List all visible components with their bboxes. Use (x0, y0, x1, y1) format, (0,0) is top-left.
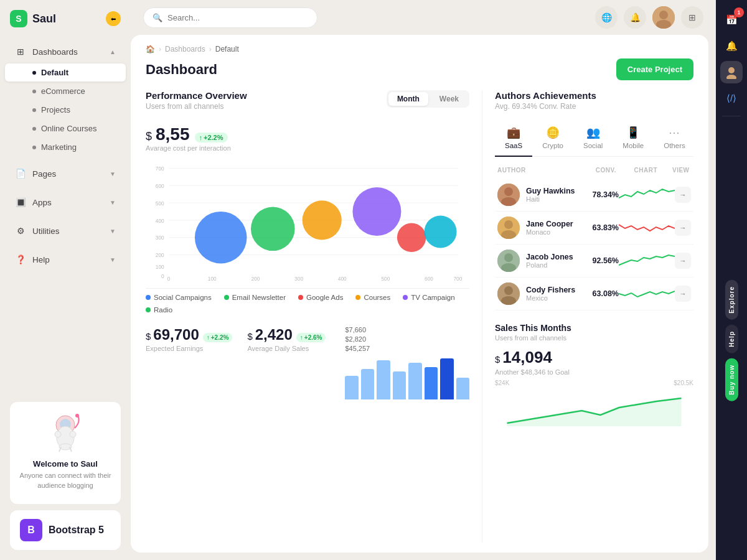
sidebar-item-default[interactable]: Default (5, 63, 126, 82)
search-icon: 🔍 (153, 13, 162, 22)
metric-badge: ↑ +2.2% (195, 133, 228, 142)
sparkline-2 (619, 251, 675, 270)
nav-item-help[interactable]: ❓ Help ▼ (5, 248, 126, 271)
bar-1 (345, 376, 358, 400)
tab-saas[interactable]: 💼 SaaS (495, 119, 532, 157)
author-view-btn-1[interactable]: → (675, 220, 691, 236)
iconbar-calendar-btn[interactable]: 📅 1 (720, 9, 743, 31)
svg-point-41 (504, 187, 513, 196)
bar-labels: $7,660 $2,820 $45,257 (345, 326, 469, 352)
table-row: Jane Cooper Monaco 63.83% → (495, 212, 693, 245)
sales-subtitle: Users from all channels (495, 334, 693, 342)
performance-title: Performance Overview (146, 90, 247, 101)
ecommerce-label: eCommerce (41, 86, 85, 96)
sparkline-1 (619, 218, 675, 237)
expected-earnings: $ 69,700 ↑ +2.2% Expected Earnings (146, 326, 232, 399)
svg-point-50 (504, 286, 513, 295)
svg-point-36 (303, 200, 342, 240)
author-info-3: Cody Fishers Mexico (526, 286, 581, 302)
col-conv: CONV. (579, 167, 616, 174)
breadcrumb-home-icon: 🏠 (146, 45, 155, 54)
pages-chevron: ▼ (110, 170, 116, 177)
apps-icon: 🔳 (15, 197, 26, 208)
author-info-2: Jacob Jones Poland (526, 253, 581, 269)
svg-point-34 (195, 212, 247, 264)
col-view: VIEW (672, 167, 691, 174)
welcome-card: Welcome to Saul Anyone can connect with … (10, 402, 121, 504)
topbar-bell-btn[interactable]: 🔔 (624, 6, 646, 29)
svg-text:300: 300 (156, 235, 164, 241)
table-row: Cody Fishers Mexico 63.08% → (495, 278, 693, 310)
chart-svg: 700 600 500 400 300 200 100 0 0 100 200 … (146, 158, 469, 288)
sidebar-toggle-btn[interactable]: ⬅ (106, 11, 121, 26)
svg-point-53 (726, 75, 736, 79)
svg-point-4 (70, 431, 76, 437)
svg-point-38 (397, 223, 426, 252)
iconbar-explore-btn[interactable]: Explore (725, 280, 738, 320)
chart-legend: Social Campaigns Email Newsletter Google… (146, 294, 469, 314)
topbar-globe-btn[interactable]: 🌐 (595, 6, 618, 29)
tab-mobile[interactable]: 📱 Mobile (613, 119, 654, 157)
iconbar-code-btn[interactable]: ⟨/⟩ (720, 87, 743, 110)
pages-icon: 📄 (15, 168, 26, 179)
projects-label: Projects (41, 105, 70, 114)
sales-y-label-1: $24K (495, 380, 509, 386)
sidebar-footer: Welcome to Saul Anyone can connect with … (0, 392, 131, 560)
crypto-tab-icon: 🪙 (546, 126, 560, 139)
author-view-btn-2[interactable]: → (675, 253, 691, 269)
sidebar-item-projects[interactable]: Projects (5, 101, 126, 119)
dot-icon (32, 90, 36, 93)
svg-point-35 (251, 207, 295, 251)
sidebar-item-marketing[interactable]: Marketing (5, 138, 126, 156)
sales-y-label-2: $20.5K (674, 380, 693, 386)
sidebar-item-online-courses[interactable]: Online Courses (5, 119, 126, 138)
topbar-grid-btn[interactable]: ⊞ (681, 6, 703, 29)
author-conv-2: 92.56% (581, 256, 619, 265)
legend-social-campaigns: Social Campaigns (146, 294, 212, 301)
tab-social[interactable]: 👥 Social (573, 119, 613, 157)
author-table-header: AUTHOR CONV. CHART VIEW (495, 167, 693, 174)
help-icon: ❓ (15, 254, 26, 265)
svg-point-3 (55, 431, 61, 437)
author-avatar-3 (497, 282, 520, 305)
author-avatar-2 (497, 250, 520, 272)
bootstrap-icon: B (20, 519, 42, 541)
iconbar-user-btn[interactable] (720, 61, 743, 83)
col-chart: CHART (616, 167, 672, 174)
author-view-btn-0[interactable]: → (675, 187, 691, 203)
nav-item-pages[interactable]: 📄 Pages ▼ (5, 162, 126, 185)
nav-item-dashboards[interactable]: ⊞ Dashboards ▲ (5, 40, 126, 63)
search-box[interactable]: 🔍 (143, 7, 317, 28)
tab-others[interactable]: ⋯ Others (654, 119, 693, 157)
sidebar-item-ecommerce[interactable]: eCommerce (5, 82, 126, 100)
help-label: Help (32, 255, 50, 264)
search-input[interactable] (167, 13, 308, 22)
left-panel: Performance Overview Users from all chan… (146, 90, 482, 543)
breadcrumb-current: Default (215, 45, 239, 54)
metric-number: 8,55 (156, 124, 190, 144)
author-view-btn-3[interactable]: → (675, 286, 691, 302)
create-project-button[interactable]: Create Project (616, 58, 693, 80)
right-iconbar: 📅 1 🔔 ⟨/⟩ Explore Help Buy now (716, 0, 747, 560)
nav-item-utilities[interactable]: ⚙ Utilities ▼ (5, 220, 126, 242)
iconbar-help-btn[interactable]: Help (725, 325, 738, 353)
legend-courses: Courses (355, 294, 390, 301)
nav-item-apps[interactable]: 🔳 Apps ▼ (5, 191, 126, 213)
breadcrumb-dashboards-link[interactable]: Dashboards (165, 45, 205, 54)
legend-radio: Radio (146, 306, 172, 314)
period-week-btn[interactable]: Week (431, 92, 467, 106)
pages-label: Pages (32, 169, 56, 179)
iconbar-buy-btn[interactable]: Buy now (725, 358, 738, 401)
svg-point-52 (728, 67, 735, 73)
help-chevron: ▼ (110, 256, 116, 263)
apps-label: Apps (32, 198, 52, 207)
svg-text:600: 600 (156, 183, 164, 189)
tab-crypto[interactable]: 🪙 Crypto (532, 119, 573, 157)
svg-text:200: 200 (251, 276, 260, 282)
iconbar-bell-btn[interactable]: 🔔 (720, 35, 743, 57)
topbar-avatar[interactable] (652, 6, 675, 29)
svg-text:0: 0 (167, 276, 171, 282)
period-month-btn[interactable]: Month (388, 92, 428, 106)
metric-badge-value: +2.2% (204, 134, 223, 141)
svg-point-8 (75, 414, 79, 418)
